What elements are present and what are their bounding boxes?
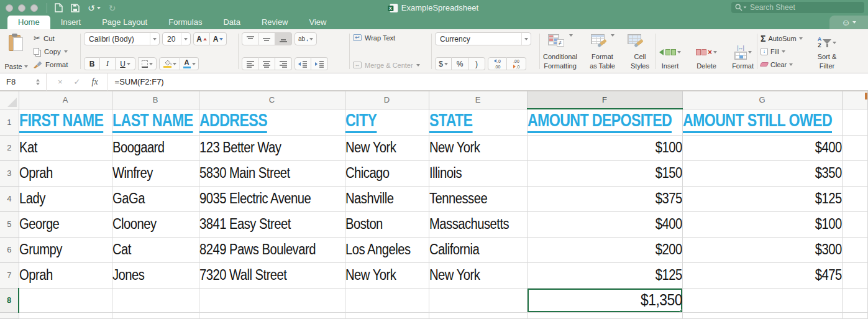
save-button[interactable] [71,4,80,12]
chevron-down-icon[interactable] [833,42,836,44]
cell-G2[interactable]: $400 [682,135,842,160]
column-header-F[interactable]: F [527,91,682,109]
cell-D4[interactable]: Nashville [345,186,429,211]
select-all-button[interactable] [0,91,19,109]
chevron-down-icon[interactable] [127,63,130,65]
confirm-entry-button[interactable]: ✓ [74,77,81,86]
cell-F6[interactable]: $200 [527,237,682,262]
cell-A5[interactable]: George [19,211,112,237]
align-right-button[interactable] [275,57,292,70]
conditional-formatting-button[interactable]: ≠ Conditional Formatting [543,32,577,70]
cell-H8[interactable] [842,288,868,312]
cell-H9[interactable] [842,312,868,318]
cell-B1[interactable]: LAST NAME [112,109,199,135]
cell-E8[interactable] [429,288,527,312]
cell-A4[interactable]: Lady [19,186,112,211]
row-header-3[interactable]: 3 [0,160,19,186]
font-size-select[interactable]: 20 [162,32,191,45]
cell-D8[interactable] [345,288,429,312]
cell-G8[interactable] [682,288,842,312]
cell-A7[interactable]: Oprah [19,262,112,288]
cell-C4[interactable]: 9035 Electric Avenue [199,186,345,211]
cell-E1[interactable]: STATE [429,109,527,135]
new-file-button[interactable] [55,3,63,12]
tab-data[interactable]: Data [212,16,250,29]
autosum-button[interactable]: ΣAutoSum [761,33,803,44]
increase-indent-button[interactable] [311,57,328,70]
cell-B5[interactable]: Clooney [112,211,199,237]
fill-button[interactable]: ↓Fill [761,46,803,57]
cell-F4[interactable]: $375 [527,186,682,211]
tab-home[interactable]: Home [7,16,50,29]
cell-F7[interactable]: $125 [527,262,682,288]
shrink-font-button[interactable]: A [210,32,227,45]
cell-H6[interactable] [842,237,868,262]
chevron-down-icon[interactable] [444,63,448,65]
copy-button[interactable]: Copy [34,46,68,57]
cell-A9[interactable] [19,312,112,318]
row-header-6[interactable]: 6 [0,237,19,262]
cell-E4[interactable]: Tennessee [429,186,527,211]
cell-G5[interactable]: $100 [682,211,842,237]
insert-cells-button[interactable]: Insert [659,32,681,70]
align-center-button[interactable] [258,57,275,70]
underline-button[interactable]: U [116,57,135,70]
cell-E9[interactable] [429,312,527,318]
cell-F8-selected[interactable]: $1,350 [527,288,682,312]
row-header-5[interactable]: 5 [0,211,19,237]
cell-A2[interactable]: Kat [19,135,112,160]
chevron-down-icon[interactable] [744,6,747,8]
tab-review[interactable]: Review [251,16,299,29]
column-header-C[interactable]: C [199,91,345,109]
cell-E5[interactable]: Massachusetts [429,211,527,237]
cell-D2[interactable]: New York [345,135,429,160]
cell-D3[interactable]: Chicago [345,160,429,186]
cell-G6[interactable]: $300 [682,237,842,262]
cell-G7[interactable]: $475 [682,262,842,288]
align-bottom-button[interactable] [275,32,292,45]
chevron-down-icon[interactable] [64,50,68,53]
cell-A1[interactable]: FIRST NAME [19,109,112,135]
row-header-9[interactable] [0,312,19,318]
decrease-decimal-button[interactable]: .00.0 [507,57,526,70]
column-header-G[interactable]: G [682,91,842,109]
column-header-B[interactable]: B [112,91,199,109]
row-header-2[interactable]: 2 [0,135,19,160]
cell-A3[interactable]: Oprah [19,160,112,186]
redo-button[interactable]: ↻ [109,4,116,12]
cell-H2[interactable] [842,135,868,160]
clear-button[interactable]: Clear [761,59,803,70]
minimize-window-button[interactable] [18,4,25,12]
row-header-8[interactable]: 8 [0,288,19,312]
cell-C5[interactable]: 3841 Easy Street [199,211,345,237]
bold-button[interactable]: B [84,57,100,70]
chevron-down-icon[interactable] [24,65,28,68]
chevron-down-icon[interactable] [149,63,153,65]
cell-G4[interactable]: $125 [682,186,842,211]
feedback-button[interactable]: ☺ [829,16,868,29]
decrease-indent-button[interactable] [295,57,311,70]
cancel-entry-button[interactable]: × [58,77,63,86]
cell-C1[interactable]: ADDRESS [199,109,345,135]
wrap-text-button[interactable]: ↩ Wrap Text [353,32,428,43]
cell-D1[interactable]: CITY [345,109,429,135]
tab-insert[interactable]: Insert [50,16,92,29]
chevron-down-icon[interactable] [569,34,573,37]
formula-input[interactable]: =SUM(F2:F7) [115,77,164,86]
cell-C6[interactable]: 8249 Paws Boulevard [199,237,345,262]
cell-B3[interactable]: Winfrey [112,160,199,186]
grow-font-button[interactable]: A [193,32,210,45]
cell-D7[interactable]: New York [345,262,429,288]
chevron-down-icon[interactable] [748,51,752,53]
undo-button[interactable]: ↺ [88,4,101,12]
chevron-down-icon[interactable] [173,63,176,65]
cell-B8[interactable] [112,288,199,312]
tab-formulas[interactable]: Formulas [158,16,212,29]
column-header-E[interactable]: E [429,91,527,109]
cell-E2[interactable]: New York [429,135,527,160]
font-color-button[interactable]: A [180,57,199,70]
chevron-down-icon[interactable] [677,51,681,53]
chevron-down-icon[interactable] [97,7,101,9]
currency-format-button[interactable]: $ [435,57,452,70]
cell-G3[interactable]: $350 [682,160,842,186]
